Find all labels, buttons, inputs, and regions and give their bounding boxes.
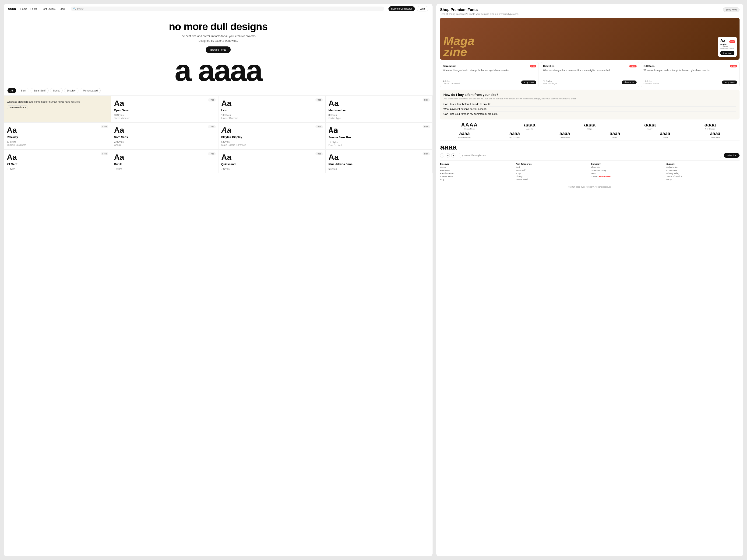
font-aa-display: Aa [329,153,430,162]
nav-home[interactable]: Home [20,7,27,10]
faq-item-2[interactable]: What payment options do you accept? [443,107,736,111]
filter-sans-serif[interactable]: Sans-Serif [31,88,49,93]
footer-link-serif[interactable]: Serif [516,166,589,168]
footer-link-monospaced[interactable]: Monospaced [516,178,589,181]
right-panel: Shop Premium Fonts Shop Now! Tired of bo… [436,4,743,556]
filter-monospaced[interactable]: Monospaced [80,88,101,93]
search-bar[interactable]: 🔍 Search [71,6,384,11]
shop-now-button[interactable]: Shop Now! [723,7,740,12]
font-name: Raleway [7,136,108,139]
footer-link-sans-serif[interactable]: Sans-Serif [516,169,589,171]
font-aa-display: Aa [114,153,215,162]
free-badge: Free [422,98,430,102]
showcase-name: Product Sans [490,136,539,138]
nav-fonts[interactable]: Fonts ▾ [31,7,39,10]
subscribe-button[interactable]: Subscribe [724,153,740,158]
footer-link-blog[interactable]: Blog [440,178,513,181]
showcase-aa: aaaa [500,122,559,127]
featured-preview: Whereas disregard and contempt for human… [7,100,108,104]
like-count: ♥ 899 [629,65,636,68]
footer-link-about[interactable]: About Us [591,166,664,168]
left-panel: aaaa Home Fonts ▾ Font Styles ▾ Blog 🔍 S… [4,4,433,556]
font-author: Claude Garamond [443,82,460,85]
faq-item-1[interactable]: Can I test a font before I decide to buy… [443,102,736,107]
footer-link-display[interactable]: Display [516,175,589,178]
filter-script[interactable]: Script [50,88,62,93]
magazine-text: Magazine [440,33,478,60]
font-author: Multiple Designers [7,144,108,146]
showcase-aa: aaaa [641,131,690,136]
footer-link-contact[interactable]: Contact Us [667,169,740,171]
font-styles-dropdown-icon: ▾ [55,8,56,10]
footer-link-terms[interactable]: Terms of Service [667,175,740,178]
quicksand-card: Free Aa Quicksand 7 Styles [218,150,326,174]
shop-now-btn[interactable]: Shop Now! [521,80,536,84]
font-author: Dharmas Studio [644,82,659,85]
browse-fonts-button[interactable]: Browse Fonts [206,47,231,53]
font-dropdown[interactable]: Roboto Medium ▾ [7,105,28,109]
footer-link-script[interactable]: Script [516,172,589,175]
magazine-shop-btn[interactable]: Shop Now! [720,51,735,55]
gill-sans-card: Gill Sans ♥ 841 Whereas disregard and co… [641,62,740,87]
like-count: ♥ 29 [530,65,536,68]
shop-header: Shop Premium Fonts Shop Now! [440,7,740,12]
shop-now-btn[interactable]: Shop Now! [622,80,637,84]
font-dropdown-label: Roboto Medium [9,106,24,108]
footer-link-free-fonts[interactable]: Free Fonts [440,169,513,171]
footer-link-home[interactable]: Home [440,166,513,168]
footer-link-custom-fonts[interactable]: Custom Fonts [440,175,513,178]
filter-all[interactable]: All [7,88,16,93]
font-aa-display: Aa [7,153,108,162]
free-badge: Free [101,125,108,128]
search-icon: 🔍 [73,7,76,10]
font-styles: 7 Styles [221,168,323,170]
footer-col-title: Company [591,163,664,165]
font-aa-display: Aa [221,126,323,135]
showcase-name: Uncut Sans [540,136,589,138]
showcase-name: Century Gothic [440,136,489,138]
livery-showcase: aaaa Livery [621,122,679,130]
footer-link-story[interactable]: Same Our Story [591,169,664,171]
shop-now-btn[interactable]: Shop Now! [722,80,737,84]
footer-categories: Font Categories Serif Sans-Serif Script … [516,163,589,181]
faq-item-3[interactable]: Can I use your fonts in my commercial pr… [443,111,736,116]
free-badge: Free [208,98,216,102]
premium-font-row: Garamond ♥ 29 Whereas disregard and cont… [440,62,740,87]
filter-display[interactable]: Display [64,88,78,93]
fonts-dropdown-icon: ▾ [37,8,38,10]
footer-col-title: Font Categories [516,163,589,165]
login-button[interactable]: Login [417,6,428,11]
card-header: Garamond ♥ 29 [443,64,536,68]
nav-blog[interactable]: Blog [59,7,65,10]
font-styles: 10 Styles [644,80,659,82]
twitter-icon[interactable]: ✕ [451,153,456,158]
instagram-icon[interactable]: in [446,153,450,158]
font-styles: 6 Styles [221,141,323,143]
footer-link-team[interactable]: Team [591,172,664,175]
free-badge: Free [315,98,323,102]
footer-link-premium-fonts[interactable]: Premium Fonts [440,172,513,175]
aspecta-showcase: aaaa Aspecta [500,122,559,130]
showcase-aa: aaaa [490,131,539,136]
font-name: Plus Jakarta Sans [329,163,430,166]
font-aa-display: Aa [221,99,323,108]
nav-actions: Become Contributor Login [388,6,428,11]
footer-link-help[interactable]: Help Center [667,166,740,168]
footer-link-faqs[interactable]: FAQs [667,178,740,181]
faq-title: How do I buy a font from your site? [443,93,736,97]
garamond-card: Garamond ♥ 29 Whereas disregard and cont… [440,62,539,87]
filter-serif[interactable]: Serif [18,88,29,93]
footer-col-title: Discover [440,163,513,165]
magazine-card-aa: Aa [720,38,725,43]
card-footer: 4 Styles Claude Garamond Shop Now! [443,80,536,85]
hero-section: no more dull designs The best free and p… [4,14,433,55]
footer-link-careers[interactable]: Careers We're Hiring! [591,175,611,178]
footer-link-privacy[interactable]: Privacy Policy [667,172,740,175]
facebook-icon[interactable]: f [440,153,444,158]
contribute-button[interactable]: Become Contributor [388,6,415,11]
font-aa-display: Aa [7,126,108,135]
nav-font-styles[interactable]: Font Styles ▾ [42,7,56,10]
showcase-row-1: AAAA Bebas Neue aaaa Aspecta aaaa Bright… [440,122,740,130]
newsletter-email-input[interactable] [459,153,722,158]
filter-tabs: All Serif Sans-Serif Script Display Mono… [4,86,433,96]
